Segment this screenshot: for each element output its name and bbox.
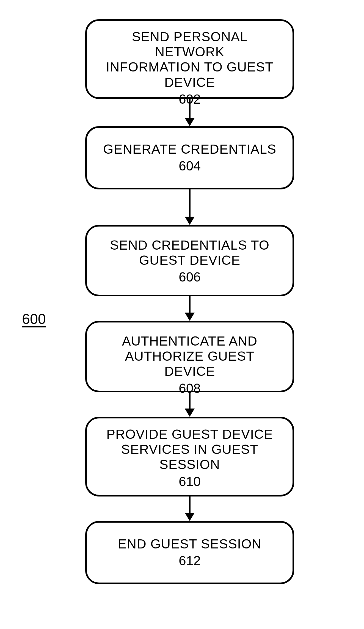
flow-step-610: PROVIDE GUEST DEVICE SERVICES IN GUEST S… xyxy=(85,417,294,496)
flow-step-number: 610 xyxy=(98,474,282,489)
flow-step-608: AUTHENTICATE AND AUTHORIZE GUEST DEVICE … xyxy=(85,321,294,392)
flow-step-label: SEND PERSONAL NETWORK INFORMATION TO GUE… xyxy=(98,29,282,90)
flow-step-label: AUTHENTICATE AND AUTHORIZE GUEST DEVICE xyxy=(98,333,282,379)
flow-step-602: SEND PERSONAL NETWORK INFORMATION TO GUE… xyxy=(85,19,294,99)
flow-step-label: SEND CREDENTIALS TO GUEST DEVICE xyxy=(98,238,282,268)
flow-step-label: PROVIDE GUEST DEVICE SERVICES IN GUEST S… xyxy=(98,427,282,472)
flow-step-606: SEND CREDENTIALS TO GUEST DEVICE 606 xyxy=(85,225,294,296)
diagram-canvas: 600 SEND PERSONAL NETWORK INFORMATION TO… xyxy=(0,0,364,629)
flow-step-604: GENERATE CREDENTIALS 604 xyxy=(85,126,294,189)
flow-step-number: 612 xyxy=(98,553,282,568)
flow-step-number: 604 xyxy=(98,158,282,173)
flow-step-label: END GUEST SESSION xyxy=(98,536,282,551)
flow-arrow xyxy=(185,392,195,417)
flow-arrow xyxy=(185,99,195,126)
figure-number-label: 600 xyxy=(22,311,46,327)
flowchart: SEND PERSONAL NETWORK INFORMATION TO GUE… xyxy=(85,19,294,584)
flow-arrow xyxy=(185,496,195,521)
flow-arrow xyxy=(185,189,195,225)
flow-step-612: END GUEST SESSION 612 xyxy=(85,521,294,584)
flow-step-label: GENERATE CREDENTIALS xyxy=(98,142,282,157)
flow-step-number: 606 xyxy=(98,269,282,285)
flow-arrow xyxy=(185,296,195,321)
